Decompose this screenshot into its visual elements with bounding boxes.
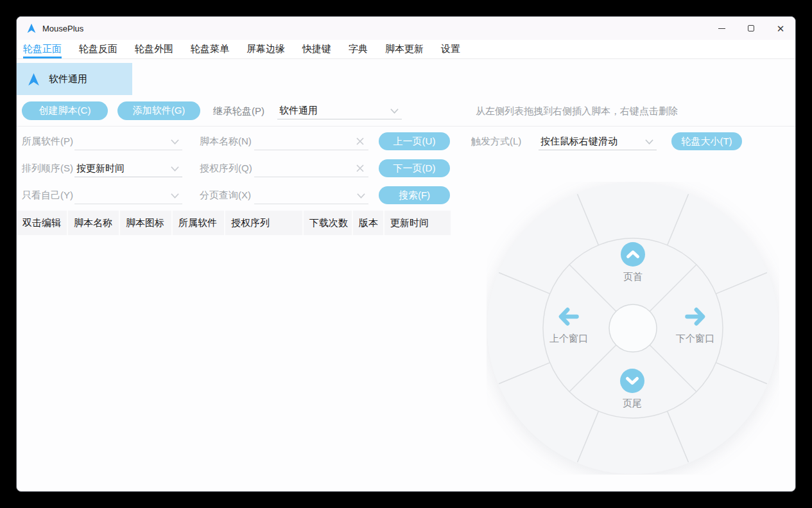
- sort-order-value: 按更新时间: [74, 159, 182, 177]
- wheel-list-item-selected[interactable]: 软件通用: [17, 63, 132, 95]
- close-icon: ✕: [777, 24, 785, 33]
- tab-screen-edge[interactable]: 屏幕边缘: [246, 40, 285, 58]
- chevron-down-icon: [170, 191, 180, 202]
- tab-wheel-menu[interactable]: 轮盘菜单: [191, 40, 229, 58]
- script-name-input[interactable]: [254, 132, 368, 150]
- column-header: 所属软件: [173, 211, 225, 235]
- page-query-dropdown[interactable]: [254, 186, 368, 204]
- trigger-mode-label: 触发方式(L): [471, 132, 521, 150]
- chevron-down-icon: [170, 137, 180, 148]
- column-header: 下载次数: [304, 211, 353, 235]
- window-controls: ✕: [707, 17, 795, 40]
- minimize-button[interactable]: [707, 17, 736, 40]
- search-button[interactable]: 搜索(F): [379, 186, 450, 204]
- app-logo-icon: [26, 23, 37, 33]
- maximize-icon: [748, 25, 754, 31]
- app-title: MousePlus: [42, 24, 83, 33]
- owner-software-dropdown[interactable]: [74, 132, 182, 150]
- wheel-rings: [487, 182, 779, 475]
- wheel-list-item-label: 软件通用: [49, 73, 87, 85]
- trigger-mode-value: 按住鼠标右键滑动: [539, 132, 657, 150]
- clear-icon[interactable]: [356, 137, 365, 148]
- wheel-item-label: 页尾: [623, 398, 642, 410]
- chevron-down-icon: [644, 137, 654, 148]
- wheel-item-page-bottom[interactable]: 页尾: [620, 369, 644, 410]
- script-table-header: 双击编辑 脚本名称 脚本图标 所属软件 授权序列 下载次数 版本 更新时间: [17, 211, 451, 235]
- license-serial-label: 授权序列(Q): [200, 159, 252, 177]
- tab-bar: 轮盘正面 轮盘反面 轮盘外围 轮盘菜单 屏幕边缘 快捷键 字典 脚本更新 设置: [17, 40, 795, 59]
- titlebar: MousePlus ✕: [17, 17, 795, 40]
- wheel-item-page-top[interactable]: 页首: [621, 242, 645, 283]
- next-page-button[interactable]: 下一页(D): [379, 159, 450, 177]
- tab-settings[interactable]: 设置: [441, 40, 460, 58]
- chevron-up-circle-icon: [621, 242, 645, 269]
- wheel-item-prev-window[interactable]: 上个窗口: [549, 305, 588, 345]
- wheel-item-label: 页首: [623, 271, 643, 283]
- tab-wheel-front[interactable]: 轮盘正面: [23, 40, 62, 58]
- close-button[interactable]: ✕: [766, 17, 795, 40]
- column-header: 脚本名称: [68, 211, 120, 235]
- column-header: 更新时间: [384, 211, 451, 235]
- wheel-item-next-window[interactable]: 下个窗口: [676, 305, 714, 345]
- chevron-down-icon: [390, 106, 399, 118]
- tab-script-update[interactable]: 脚本更新: [385, 40, 424, 58]
- chevron-down-icon: [170, 164, 180, 175]
- wheel-item-label: 上个窗口: [549, 333, 588, 345]
- minimize-icon: [718, 28, 725, 29]
- column-header: 脚本图标: [120, 211, 173, 235]
- license-serial-input[interactable]: [254, 159, 368, 177]
- tab-wheel-outer[interactable]: 轮盘外围: [135, 40, 173, 58]
- arrow-left-icon: [557, 305, 580, 331]
- column-header: 授权序列: [225, 211, 304, 235]
- chevron-down-icon: [356, 191, 366, 202]
- sort-order-label: 排列顺序(S): [22, 159, 73, 177]
- only-mine-dropdown[interactable]: [74, 186, 182, 204]
- column-header: 版本: [353, 211, 384, 235]
- cursor-arrow-icon: [27, 73, 40, 86]
- toolbar-divider: [17, 126, 795, 127]
- trigger-mode-dropdown[interactable]: 按住鼠标右键滑动: [539, 132, 657, 150]
- tab-wheel-back[interactable]: 轮盘反面: [79, 40, 117, 58]
- app-window: MousePlus ✕ 轮盘正面 轮盘反面 轮盘外围 轮盘菜单 屏幕边缘 快捷键…: [16, 16, 796, 492]
- maximize-button[interactable]: [736, 17, 766, 40]
- chevron-down-circle-icon: [620, 369, 644, 396]
- clear-icon[interactable]: [356, 164, 365, 175]
- only-mine-label: 只看自己(Y): [22, 186, 73, 204]
- tab-hotkeys[interactable]: 快捷键: [302, 40, 331, 58]
- create-script-button[interactable]: 创建脚本(C): [22, 101, 108, 120]
- page-query-label: 分页查询(X): [200, 186, 251, 204]
- drag-hint-text: 从左侧列表拖拽到右侧插入脚本，右键点击删除: [476, 101, 678, 120]
- tab-dictionary[interactable]: 字典: [349, 40, 368, 58]
- add-software-button[interactable]: 添加软件(G): [117, 101, 200, 120]
- inherit-wheel-value: 软件通用: [277, 101, 402, 119]
- wheel-item-label: 下个窗口: [676, 333, 714, 345]
- inherit-wheel-label: 继承轮盘(P): [213, 101, 264, 120]
- sort-order-dropdown[interactable]: 按更新时间: [74, 159, 182, 177]
- prev-page-button[interactable]: 上一页(U): [379, 132, 450, 150]
- owner-software-label: 所属软件(P): [22, 132, 73, 150]
- arrow-right-icon: [684, 305, 707, 331]
- wheel-size-button[interactable]: 轮盘大小(T): [671, 132, 742, 150]
- script-name-label: 脚本名称(N): [200, 132, 252, 150]
- wheel-preview: 页首 上个窗口 下个窗口 页尾: [487, 182, 779, 475]
- column-header: 双击编辑: [17, 211, 68, 235]
- inherit-wheel-dropdown[interactable]: 软件通用: [277, 101, 402, 119]
